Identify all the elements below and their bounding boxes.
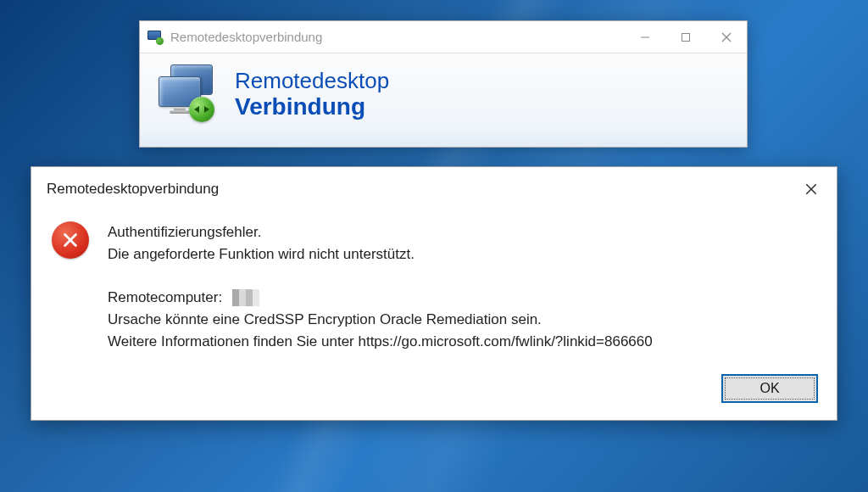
titlebar: Remotedesktopverbindung	[140, 21, 747, 53]
rdp-icon	[147, 29, 164, 46]
error-info-link: Weitere Informationen finden Sie unter h…	[108, 331, 653, 353]
svg-rect-1	[682, 33, 690, 41]
window-title: Remotedesktopverbindung	[170, 30, 625, 44]
error-icon	[52, 221, 89, 259]
error-dialog: Remotedesktopverbindung Authentifizierun…	[31, 166, 837, 421]
error-line-1: Authentifizierungsfehler.	[108, 221, 653, 243]
minimize-button[interactable]	[625, 21, 665, 53]
dialog-footer: OK	[31, 362, 837, 406]
banner-title-2: Verbindung	[235, 94, 389, 120]
close-button[interactable]	[706, 21, 747, 53]
remote-computer-value-redacted	[232, 289, 259, 306]
dialog-message: Authentifizierungsfehler. Die angeforder…	[108, 221, 653, 354]
window-controls	[625, 21, 747, 53]
ok-button[interactable]: OK	[721, 374, 818, 403]
rdp-main-window: Remotedesktopverbindung	[139, 20, 748, 148]
error-cause: Ursache könnte eine CredSSP Encryption O…	[108, 309, 653, 331]
dialog-title: Remotedesktopverbindung	[47, 181, 219, 198]
dialog-body: Authentifizierungsfehler. Die angeforder…	[31, 204, 837, 362]
banner: Remotedesktop Verbindung	[140, 53, 747, 147]
remote-computer-label: Remotecomputer:	[108, 287, 222, 309]
rdp-logo-icon	[155, 63, 218, 126]
error-line-2: Die angeforderte Funktion wird nicht unt…	[108, 243, 653, 266]
dialog-close-button[interactable]	[798, 176, 825, 203]
maximize-button[interactable]	[665, 21, 706, 53]
banner-title-1: Remotedesktop	[235, 69, 389, 94]
dialog-header: Remotedesktopverbindung	[31, 167, 837, 204]
